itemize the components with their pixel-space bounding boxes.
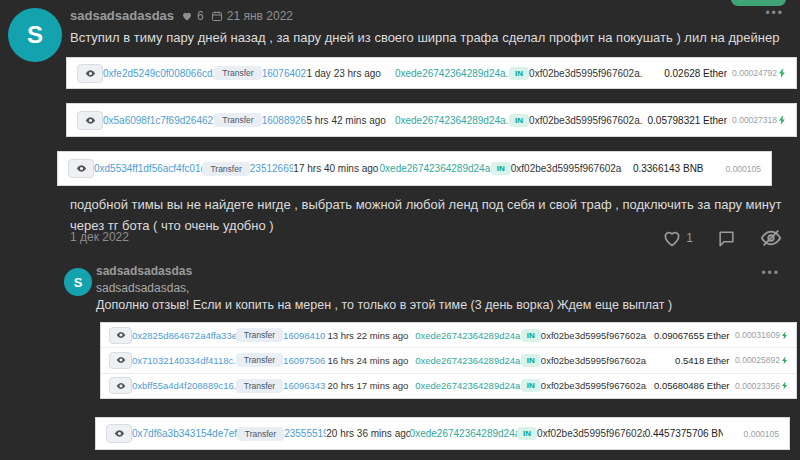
transaction-row: 0x5a6098f1c7f69d26462... Transfer 160889… xyxy=(66,103,797,137)
comment-button[interactable] xyxy=(717,229,736,248)
from-address-link[interactable]: 0xede26742364289d24a... xyxy=(415,380,521,391)
tx-hash-link[interactable]: 0x7df6a3b343154de7ef6... xyxy=(132,428,237,439)
block-link[interactable]: 16098410 xyxy=(283,330,327,341)
tx-fee: 0.00025892 xyxy=(730,355,788,365)
like-button[interactable]: 1 xyxy=(662,228,693,248)
transaction-row: 0xbff55a4d4f208889c16... Transfer 160963… xyxy=(101,374,796,398)
block-link[interactable]: 23555519 xyxy=(284,428,326,439)
to-address-link[interactable]: 0xf02be3d5995f967602a... xyxy=(529,115,643,126)
from-address-link[interactable]: 0xede26742364289d24a... xyxy=(415,355,521,366)
transfer-badge: Transfer xyxy=(236,328,283,342)
tx-fee: 0.000105 xyxy=(704,164,761,174)
reply-body: Дополню отзыв! Если и копить на мерен , … xyxy=(96,298,786,312)
post-actions: 1 xyxy=(662,227,782,249)
post-likes: 6 xyxy=(181,9,204,23)
tx-value: 0.3366143 BNB xyxy=(622,163,704,174)
eye-icon[interactable] xyxy=(109,377,132,394)
transfer-badge: Transfer xyxy=(236,353,283,367)
transaction-row: 0x71032140334df4118c... Transfer 1609750… xyxy=(101,348,796,373)
avatar-letter: S xyxy=(27,21,43,49)
calendar-icon xyxy=(211,10,223,22)
to-address-link[interactable]: 0xf02be3d5995f967602a... xyxy=(511,163,622,174)
transfer-badge: Transfer xyxy=(236,379,283,393)
tx-hash-link[interactable]: 0xbff55a4d4f208889c16... xyxy=(132,380,236,391)
block-link[interactable]: 23512669 xyxy=(250,163,294,174)
in-badge: IN xyxy=(509,114,529,127)
from-address-link[interactable]: 0xede26742364289d24a... xyxy=(395,115,509,126)
from-address-link[interactable]: 0xede26742364289d24a... xyxy=(415,330,521,341)
tx-age: 1 day 23 hrs ago xyxy=(306,68,395,79)
in-badge: IN xyxy=(521,354,541,367)
transaction-row: 0x7df6a3b343154de7ef6... Transfer 235555… xyxy=(95,417,790,450)
block-link[interactable]: 16076402 xyxy=(262,68,307,79)
bolt-icon xyxy=(782,381,788,390)
block-link[interactable]: 16088926 xyxy=(262,115,307,126)
reply-mention[interactable]: sadsadsadasdas, xyxy=(96,281,189,295)
tx-age: 13 hrs 22 mins ago xyxy=(327,330,415,341)
to-address-link[interactable]: 0xf02be3d5995f967602a... xyxy=(537,428,645,439)
tx-fee: 0.000105 xyxy=(723,429,779,439)
eye-icon[interactable] xyxy=(109,352,132,369)
tx-value: 0.5418 Ether xyxy=(647,355,730,366)
bolt-icon xyxy=(782,356,788,365)
transaction-row: 0xd5534ff1df56acf4fc01d... Transfer 2351… xyxy=(57,151,772,186)
transfer-badge: Transfer xyxy=(214,113,261,127)
reply-transactions-card: 0x2825d864672a4ffa33e... Transfer 160984… xyxy=(100,322,797,399)
tx-hash-link[interactable]: 0x2825d864672a4ffa33e... xyxy=(132,330,236,341)
to-address-link[interactable]: 0xf02be3d5995f967602a... xyxy=(529,68,643,79)
reply-username[interactable]: sadsadsadasdas xyxy=(96,264,192,278)
hide-button[interactable] xyxy=(760,227,782,249)
block-link[interactable]: 16096343 xyxy=(283,380,327,391)
from-address-link[interactable]: 0xede26742364289d24a... xyxy=(395,68,509,79)
eye-slash-icon xyxy=(760,227,782,249)
tx-fee: 0.00027318 xyxy=(727,115,786,125)
transaction-row: 0x2825d864672a4ffa33e... Transfer 160984… xyxy=(101,323,796,348)
eye-icon[interactable] xyxy=(106,424,132,443)
in-badge: IN xyxy=(521,379,541,392)
tx-age: 5 hrs 42 mins ago xyxy=(306,115,395,126)
reply-avatar[interactable]: S xyxy=(64,268,92,296)
username[interactable]: sadsadsadasdas xyxy=(70,8,174,23)
tx-value: 0.09067655 Ether xyxy=(647,330,730,341)
tx-age: 16 hrs 24 mins ago xyxy=(327,355,415,366)
transfer-badge: Transfer xyxy=(214,66,261,80)
like-count: 1 xyxy=(686,231,693,245)
transaction-row: 0xfe2d5249c0f008066cd... Transfer 160764… xyxy=(66,57,797,89)
post-header: sadsadsadasdas 6 21 янв 2022 xyxy=(70,8,293,23)
tx-fee: 0.00024792 xyxy=(727,68,786,78)
reply-menu-icon[interactable]: ••• xyxy=(761,266,780,280)
tx-value: 0.02628 Ether xyxy=(643,68,727,79)
bolt-icon xyxy=(779,115,786,125)
tx-value: 0.4457375706 BNB xyxy=(645,428,724,439)
to-address-link[interactable]: 0xf02be3d5995f967602a... xyxy=(541,355,647,366)
tx-hash-link[interactable]: 0xfe2d5249c0f008066cd... xyxy=(103,68,214,79)
tx-hash-link[interactable]: 0x71032140334df4118c... xyxy=(132,355,236,366)
from-address-link[interactable]: 0xede26742364289d24a... xyxy=(410,428,518,439)
heart-outline-icon xyxy=(662,228,682,248)
tx-age: 20 hrs 36 mins ago xyxy=(326,428,409,439)
in-badge: IN xyxy=(521,329,541,342)
from-address-link[interactable]: 0xede26742364289d24a... xyxy=(380,163,491,174)
eye-icon[interactable] xyxy=(109,327,132,344)
to-address-link[interactable]: 0xf02be3d5995f967602a... xyxy=(541,330,647,341)
post-date-header: 21 янв 2022 xyxy=(211,9,293,23)
tx-hash-link[interactable]: 0x5a6098f1c7f69d26462... xyxy=(103,115,214,126)
post-date-text: 21 янв 2022 xyxy=(227,9,293,23)
post-footer-date: 1 дек 2022 xyxy=(70,230,129,244)
tx-age: 17 hrs 40 mins ago xyxy=(293,163,379,174)
eye-icon[interactable] xyxy=(68,159,94,178)
to-address-link[interactable]: 0xf02be3d5995f967602a... xyxy=(541,380,647,391)
heart-icon xyxy=(181,10,193,22)
comment-icon xyxy=(717,229,736,248)
avatar[interactable]: S xyxy=(8,8,62,62)
post-likes-count: 6 xyxy=(197,9,204,23)
block-link[interactable]: 16097506 xyxy=(283,355,327,366)
eye-icon[interactable] xyxy=(77,111,103,130)
eye-icon[interactable] xyxy=(77,64,103,83)
tx-age: 20 hrs 17 mins ago xyxy=(327,380,415,391)
in-badge: IN xyxy=(509,67,529,80)
in-badge: IN xyxy=(517,427,537,440)
tx-value: 0.05680486 Ether xyxy=(647,380,730,391)
tx-hash-link[interactable]: 0xd5534ff1df56acf4fc01d... xyxy=(94,163,202,174)
post-menu-icon[interactable]: ••• xyxy=(765,6,784,20)
